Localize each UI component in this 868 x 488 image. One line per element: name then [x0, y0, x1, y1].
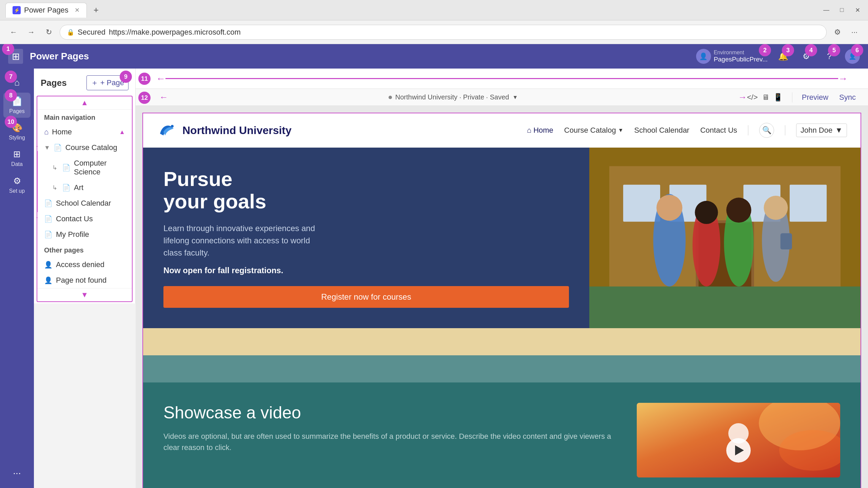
hero-section: Pursue your goals Learn through innovati…: [143, 148, 861, 328]
calendar-label: School Calendar: [56, 199, 111, 208]
mobile-view-button[interactable]: 📱: [773, 93, 783, 102]
editor-area: 7 ⌂ 8 📄 Pages 10 🎨: [0, 69, 868, 488]
home-expand-icon: ▲: [119, 129, 125, 136]
other-pages-section: Other pages 👤 Access denied 👤 Page not f…: [37, 242, 132, 288]
forward-button[interactable]: →: [24, 25, 38, 39]
contact-page-icon: 📄: [44, 215, 53, 223]
nav-item-school-calendar[interactable]: 📄 School Calendar: [41, 195, 128, 211]
pages-panel: Pages 9 ＋ + Page ▲: [34, 69, 136, 303]
nav-item-computer-science[interactable]: ↳ 📄 Computer Science: [41, 155, 128, 180]
svg-rect-5: [623, 185, 660, 222]
site-canvas-border: Northwind University ⌂ Home Course Catal…: [142, 113, 861, 488]
svg-rect-8: [790, 185, 827, 222]
badge-6: 6: [851, 44, 863, 56]
nav-divider-2: [785, 125, 785, 135]
maximize-button[interactable]: □: [837, 5, 847, 15]
rail-data[interactable]: ⊞ Data: [3, 146, 31, 171]
svg-rect-9: [589, 286, 861, 328]
site-header: Northwind University ⌂ Home Course Catal…: [143, 113, 861, 148]
nav-item-art[interactable]: ↳ 📄 Art: [41, 180, 128, 195]
app-header-right: 2 👤 Environment PagesPublicPrev... 3 🔔: [696, 49, 860, 64]
browser-menu-button[interactable]: ···: [848, 25, 861, 39]
rail-more-button[interactable]: ···: [9, 464, 25, 483]
calendar-page-icon: 📄: [44, 199, 53, 207]
page-canvas: Northwind University ⌂ Home Course Catal…: [136, 106, 868, 488]
styling-rail-label: Styling: [9, 134, 25, 141]
profile-page-icon: 📄: [44, 230, 53, 239]
badge-2: 2: [759, 44, 771, 56]
environment-badge[interactable]: 👤 Environment PagesPublicPrev...: [696, 49, 768, 64]
extensions-button[interactable]: ⚙: [831, 25, 844, 39]
badge-8: 8: [5, 89, 17, 101]
hero-title: Pursue your goals: [163, 168, 569, 213]
refresh-button[interactable]: ↻: [42, 25, 56, 39]
site-logo: Northwind University: [157, 120, 292, 140]
cs-indent-arrow: ↳: [52, 164, 57, 171]
env-icon: 👤: [696, 49, 711, 64]
secure-label: Secured: [78, 28, 105, 37]
badge-5: 5: [828, 44, 840, 56]
user-name-label: John Doe: [801, 126, 832, 135]
scroll-down-indicator: ▼: [37, 288, 132, 301]
showcase-text: Showcase a video Videos are optional, bu…: [163, 403, 623, 477]
nav-item-page-not-found[interactable]: 👤 Page not found: [41, 273, 128, 288]
sync-button[interactable]: Sync: [834, 91, 861, 104]
address-bar[interactable]: 🔒 Secured https://make.powerpages.micros…: [60, 25, 827, 40]
tab-close-button[interactable]: ✕: [75, 6, 80, 14]
site-indicator-text: Northwind University · Private · Saved: [395, 93, 509, 101]
preview-button[interactable]: Preview: [796, 91, 834, 104]
course-catalog-expand-icon: ▼: [44, 144, 50, 151]
badge-11: 11: [138, 73, 151, 85]
canvas-forward-button[interactable]: →: [738, 92, 747, 102]
tab-title: Power Pages: [24, 6, 68, 15]
main-nav-title: Main navigation: [41, 110, 128, 124]
browser-actions: ⚙ ···: [831, 25, 861, 39]
browser-tab[interactable]: ⚡ Power Pages ✕: [5, 3, 87, 18]
back-button[interactable]: ←: [7, 25, 20, 39]
nav-item-my-profile[interactable]: 📄 My Profile: [41, 227, 128, 242]
nav-item-course-catalog[interactable]: ▼ 📄 Course Catalog: [41, 140, 128, 155]
nav-item-contact-us[interactable]: 📄 Contact Us: [41, 211, 128, 227]
app-container: 1 ⊞ Power Pages 2 👤 Environment PagesPub…: [0, 44, 868, 488]
nav-item-access-denied[interactable]: 👤 Access denied: [41, 257, 128, 273]
canvas-view-options: </> 🖥 📱: [747, 93, 788, 102]
nav-divider: [748, 125, 748, 135]
site-nav-school-calendar[interactable]: School Calendar: [634, 126, 690, 135]
canvas-top-bar: 11 ← →: [136, 69, 868, 89]
nav-calendar-label: School Calendar: [634, 126, 690, 135]
site-logo-image: [157, 120, 177, 140]
badge-4: 4: [805, 44, 817, 56]
art-label: Art: [74, 183, 83, 192]
showcase-section: Showcase a video Videos are optional, bu…: [143, 382, 861, 488]
code-view-button[interactable]: </>: [747, 93, 758, 102]
toolbar-divider: [792, 92, 792, 102]
notification-section: 3 🔔: [776, 49, 791, 64]
canvas-nav-buttons: ← Northwind University · Private · Saved…: [142, 92, 747, 102]
window-controls: — □ ✕: [821, 5, 863, 15]
pages-panel-border: ▲ Main navigation ⌂ Home ▲ ▼: [37, 96, 133, 302]
minimize-button[interactable]: —: [821, 5, 831, 15]
new-tab-button[interactable]: +: [91, 2, 101, 18]
site-search-button[interactable]: 🔍: [759, 123, 774, 138]
nav-item-home[interactable]: ⌂ Home ▲: [41, 124, 128, 140]
svg-point-11: [656, 195, 682, 221]
scroll-up-indicator: ▲: [37, 96, 132, 110]
pages-rail-label: Pages: [9, 108, 24, 114]
site-nav-course-catalog[interactable]: Course Catalog ▼: [564, 126, 624, 135]
course-catalog-label: Course Catalog: [65, 143, 117, 152]
svg-point-17: [764, 196, 788, 220]
close-button[interactable]: ✕: [852, 5, 863, 15]
home-nav-icon: ⌂: [44, 128, 48, 136]
desktop-view-button[interactable]: 🖥: [762, 93, 769, 102]
page-not-found-label: Page not found: [56, 276, 106, 285]
site-user-button[interactable]: John Doe ▼: [796, 124, 847, 137]
profile-label: My Profile: [56, 230, 89, 239]
hero-register-button[interactable]: Register now for courses: [163, 286, 569, 308]
rail-setup[interactable]: ⚙ Set up: [3, 172, 31, 198]
site-name-text: Northwind University: [182, 124, 292, 137]
site-nav-contact[interactable]: Contact Us: [700, 126, 737, 135]
badge-10: 10: [5, 116, 17, 128]
site-nav-home[interactable]: ⌂ Home: [527, 126, 553, 135]
canvas-back-button[interactable]: ←: [159, 92, 168, 102]
nav-contact-label: Contact Us: [700, 126, 737, 135]
